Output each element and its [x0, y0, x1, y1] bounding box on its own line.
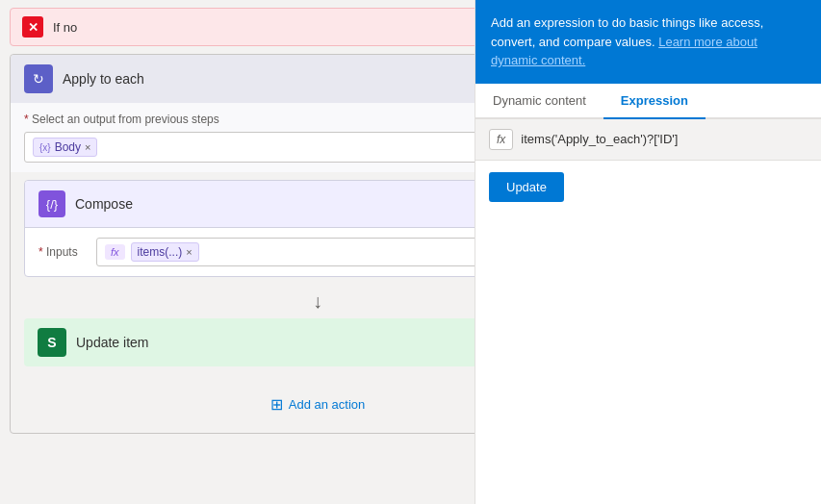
if-no-label: If no — [53, 20, 77, 35]
panel-fx-badge: fx — [489, 129, 513, 150]
token-close-button[interactable]: × — [85, 141, 90, 153]
add-action-icon: ⊞ — [270, 395, 283, 414]
compose-fx-chip: fx — [105, 244, 125, 260]
compose-items-token: items(...) × — [131, 242, 199, 262]
if-no-close-button[interactable]: ✕ — [22, 16, 43, 38]
tab-expression[interactable]: Expression — [603, 84, 706, 119]
token-label: Body — [55, 140, 81, 154]
right-panel: Add an expression to do basic things lik… — [475, 0, 821, 504]
panel-update-button[interactable]: Update — [489, 172, 564, 202]
panel-tabs: Dynamic content Expression — [475, 84, 821, 119]
compose-icon: {/} — [38, 190, 65, 217]
update-item-title: Update item — [76, 335, 148, 350]
compose-inputs-label: * Inputs — [38, 245, 87, 259]
compose-token-close[interactable]: × — [186, 246, 192, 258]
add-action-button[interactable]: ⊞ Add an action — [259, 390, 377, 419]
tab-dynamic-content[interactable]: Dynamic content — [475, 84, 603, 119]
arrow-down-icon: ↓ — [313, 290, 322, 313]
expression-input[interactable]: items('Apply_to_each')?['ID'] — [521, 132, 808, 146]
apply-each-icon: ↻ — [24, 64, 53, 93]
compose-token-label: items(...) — [138, 245, 183, 259]
panel-expression-area: fx items('Apply_to_each')?['ID'] — [475, 119, 821, 161]
body-token: {x} Body × — [33, 138, 97, 157]
panel-tooltip: Add an expression to do basic things lik… — [475, 0, 821, 84]
update-item-icon: S — [38, 328, 66, 357]
token-fx-icon: {x} — [39, 142, 51, 153]
add-action-label: Add an action — [289, 397, 366, 412]
